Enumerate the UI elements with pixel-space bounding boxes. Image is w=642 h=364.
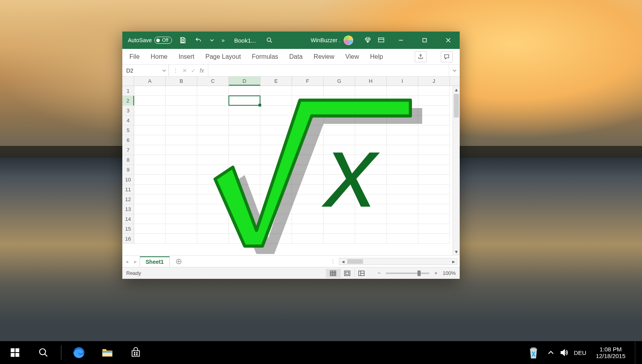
scroll-thumb[interactable] (454, 94, 459, 118)
cell[interactable] (292, 204, 324, 214)
cell[interactable] (197, 214, 229, 224)
cell[interactable] (324, 214, 355, 224)
cell[interactable] (260, 175, 292, 185)
row-header[interactable]: 8 (122, 155, 134, 165)
cell[interactable] (197, 204, 229, 214)
cell[interactable] (166, 155, 197, 165)
cell[interactable] (355, 175, 387, 185)
row-header[interactable]: 12 (122, 194, 134, 204)
cell[interactable] (387, 116, 418, 125)
tab-page-layout[interactable]: Page Layout (205, 53, 241, 60)
cell[interactable] (134, 175, 166, 185)
cell[interactable] (324, 204, 355, 214)
cell[interactable] (134, 106, 166, 116)
select-all-corner[interactable] (122, 77, 134, 86)
cell[interactable] (260, 185, 292, 194)
cell[interactable] (260, 145, 292, 155)
row-header[interactable]: 2 (122, 96, 134, 106)
cell[interactable] (387, 96, 418, 106)
close-button[interactable] (439, 32, 457, 49)
cell[interactable] (260, 116, 292, 125)
cell[interactable] (418, 224, 450, 234)
cell[interactable] (166, 165, 197, 175)
row-header[interactable]: 16 (122, 234, 134, 244)
vertical-scrollbar[interactable]: ▴ ▾ (453, 86, 460, 255)
cell[interactable] (355, 125, 387, 135)
cell[interactable] (355, 234, 387, 244)
cell[interactable] (324, 194, 355, 204)
cell[interactable] (134, 155, 166, 165)
cell[interactable] (166, 96, 197, 106)
cell[interactable] (324, 86, 355, 96)
user-name[interactable]: WinBuzzer . (311, 37, 341, 43)
cell[interactable] (197, 125, 229, 135)
cell[interactable] (260, 155, 292, 165)
cell[interactable] (292, 86, 324, 96)
cell[interactable] (166, 135, 197, 145)
cell[interactable] (418, 125, 450, 135)
language-indicator[interactable]: DEU (574, 349, 586, 356)
save-icon[interactable] (178, 35, 188, 45)
cell[interactable] (387, 185, 418, 194)
col-header[interactable]: E (260, 77, 292, 86)
tab-view[interactable]: View (345, 53, 359, 60)
cell[interactable] (166, 214, 197, 224)
cell[interactable] (292, 165, 324, 175)
cell[interactable] (197, 165, 229, 175)
cell[interactable] (292, 135, 324, 145)
view-page-break-icon[interactable] (354, 269, 369, 278)
undo-dropdown-icon[interactable] (209, 35, 215, 45)
cell[interactable] (324, 234, 355, 244)
row-header[interactable]: 5 (122, 125, 134, 135)
qat-overflow-icon[interactable]: » (220, 35, 227, 45)
row-header[interactable]: 15 (122, 224, 134, 234)
cell[interactable] (166, 145, 197, 155)
cell[interactable] (324, 125, 355, 135)
cell[interactable] (292, 175, 324, 185)
cell[interactable] (134, 234, 166, 244)
cell[interactable] (260, 125, 292, 135)
autosave-toggle[interactable]: AutoSave Off (128, 37, 172, 44)
cell[interactable] (134, 165, 166, 175)
cell[interactable] (229, 224, 260, 234)
start-button[interactable] (2, 341, 28, 364)
scroll-down-icon[interactable]: ▾ (453, 248, 460, 255)
cell[interactable] (355, 116, 387, 125)
diamond-icon[interactable] (363, 35, 373, 45)
cell[interactable] (418, 116, 450, 125)
cell[interactable] (229, 96, 260, 106)
cell[interactable] (197, 106, 229, 116)
cell[interactable] (387, 194, 418, 204)
cell[interactable] (387, 175, 418, 185)
cell[interactable] (292, 155, 324, 165)
zoom-out-button[interactable]: − (376, 270, 383, 276)
cell[interactable] (260, 224, 292, 234)
cell[interactable] (387, 86, 418, 96)
cell[interactable] (292, 185, 324, 194)
cell[interactable] (355, 106, 387, 116)
cell[interactable] (229, 165, 260, 175)
tab-file[interactable]: File (129, 53, 140, 60)
cell[interactable] (418, 204, 450, 214)
cell[interactable] (197, 185, 229, 194)
maximize-button[interactable] (416, 32, 434, 49)
col-header[interactable]: A (134, 77, 166, 86)
cell[interactable] (324, 145, 355, 155)
cell[interactable] (197, 145, 229, 155)
cell[interactable] (418, 86, 450, 96)
cell[interactable] (387, 145, 418, 155)
row-header[interactable]: 9 (122, 165, 134, 175)
cancel-icon[interactable]: ✕ (182, 67, 187, 74)
cell[interactable] (229, 204, 260, 214)
splitter-icon[interactable]: ⋮ (327, 258, 339, 265)
cell[interactable] (387, 165, 418, 175)
cell[interactable] (197, 86, 229, 96)
cell[interactable] (355, 145, 387, 155)
cell[interactable] (387, 234, 418, 244)
cell[interactable] (260, 194, 292, 204)
cell[interactable] (324, 175, 355, 185)
cell[interactable] (166, 106, 197, 116)
cell[interactable] (387, 135, 418, 145)
cell[interactable] (292, 116, 324, 125)
cell[interactable] (134, 145, 166, 155)
